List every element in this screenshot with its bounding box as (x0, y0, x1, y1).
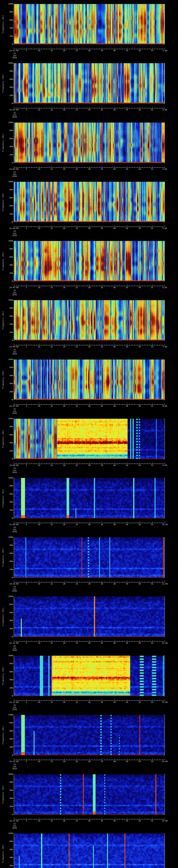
spectrogram-panel: Frequency (Hz) 10008006004002000 14:13:0… (0, 711, 178, 770)
x-end-time-label: 12:00 (162, 642, 168, 644)
y-tick-label: 400 (2, 679, 13, 681)
x-tick-label: 20 (63, 227, 65, 229)
x-tick-label: 55 (151, 109, 153, 111)
x-tick-label: 15 (51, 701, 53, 704)
x-end-time-label: 7:00 (162, 346, 167, 348)
y-tick-label: 1000 (2, 122, 13, 124)
x-tick-label: 10 (38, 50, 40, 52)
x-end-time-label: 6:00 (162, 287, 167, 289)
y-tick-label: 200 (2, 687, 13, 689)
x-tick-label: 25 (76, 109, 78, 111)
x-tick-label: 35 (101, 701, 103, 704)
x-tick-label: 25 (76, 820, 78, 822)
y-tick-label: 800 (2, 426, 13, 428)
x-tick-label: 25 (76, 761, 78, 763)
frequency-axis-title: Frequency (Hz) (2, 726, 4, 744)
x-tick-label: 10 (38, 761, 40, 763)
x-tick-label: 55 (151, 227, 153, 229)
x-tick-label: 45 (126, 227, 128, 229)
date-line-label: 2016 (12, 590, 17, 592)
y-tick-label: 0 (2, 754, 13, 756)
y-tick-label: 1000 (2, 240, 13, 242)
spectrogram-panel: Frequency (Hz) 10008006004002000 14:02:0… (0, 59, 178, 119)
y-tick-label: 200 (2, 450, 13, 452)
x-end-time-label: 5:00 (162, 227, 167, 229)
x-tick-label: 35 (101, 405, 103, 407)
y-tick-label: 1000 (2, 359, 13, 361)
x-start-time-label: 14:13:00 (9, 761, 19, 763)
y-tick-label: 400 (2, 560, 13, 562)
y-tick-label: 600 (2, 789, 13, 792)
spectrogram-panel: Frequency (Hz) 10008006004002000 14:03:0… (0, 119, 178, 178)
x-tick-label: 30 (88, 227, 90, 229)
x-tick-label: 40 (113, 287, 116, 289)
x-tick-label: 25 (76, 464, 78, 466)
x-tick-label: 40 (113, 464, 116, 466)
y-tick-label: 200 (2, 628, 13, 630)
y-tick-label: 0 (2, 280, 13, 282)
x-end-time-label: 15:00 (162, 820, 168, 822)
x-tick-label: 45 (126, 287, 128, 289)
x-tick-label: 55 (151, 50, 153, 52)
x-tick-label: 50 (139, 287, 141, 289)
date-line-label: 2016 (12, 57, 17, 59)
x-tick-label: 10 (38, 287, 40, 289)
frequency-axis-title: Frequency (Hz) (2, 193, 4, 211)
y-tick-label: 600 (2, 671, 13, 673)
x-tick-label: 45 (126, 583, 128, 585)
x-tick-label: 50 (139, 761, 141, 763)
x-end-time-label: 13:00 (162, 701, 168, 704)
y-tick-label: 800 (2, 367, 13, 369)
x-tick-label: 30 (88, 701, 90, 704)
x-tick-label: 30 (88, 109, 90, 111)
x-tick-label: 50 (139, 168, 141, 170)
x-tick-label: 50 (139, 405, 141, 407)
frequency-axis-title: Frequency (Hz) (2, 430, 4, 448)
frequency-axis-title: Frequency (Hz) (2, 608, 4, 626)
spectrogram-canvas (0, 830, 178, 868)
x-tick-label: 40 (113, 820, 116, 822)
x-start-time-label: 14:06:00 (9, 346, 19, 348)
x-tick-label: 10 (38, 464, 40, 466)
x-tick-label: 15 (51, 346, 53, 348)
x-tick-label: 15 (51, 642, 53, 644)
x-tick-label: 15 (51, 109, 53, 111)
x-tick-label: 20 (63, 50, 65, 52)
date-line-label: 2016 (12, 294, 17, 296)
frequency-axis-title: Frequency (Hz) (2, 74, 4, 93)
y-tick-label: 0 (2, 162, 13, 164)
x-tick-label: 10 (38, 405, 40, 407)
y-tick-label: 800 (2, 189, 13, 191)
y-tick-label: 400 (2, 442, 13, 444)
x-tick-label: 55 (151, 583, 153, 585)
x-end-time-label: 14:00 (162, 761, 168, 763)
x-tick-label: 15 (51, 820, 53, 822)
x-tick-label: 40 (113, 405, 116, 407)
y-tick-label: 600 (2, 375, 13, 377)
y-tick-label: 600 (2, 197, 13, 199)
y-tick-label: 600 (2, 78, 13, 81)
y-tick-label: 400 (2, 264, 13, 266)
date-line-label: 2016 (12, 116, 17, 118)
x-tick-label: 5 (26, 346, 27, 348)
x-tick-label: 5 (26, 701, 27, 704)
x-tick-label: 55 (151, 287, 153, 289)
spectrogram-panel: Frequency (Hz) 10008006004002000 14:14:0… (0, 770, 178, 830)
x-tick-label: 20 (63, 820, 65, 822)
x-tick-label: 10 (38, 701, 40, 704)
x-tick-label: 30 (88, 761, 90, 763)
x-tick-label: 20 (63, 642, 65, 644)
y-tick-label: 0 (2, 102, 13, 104)
date-line-label: 2016 (12, 531, 17, 533)
x-tick-label: 25 (76, 227, 78, 229)
spectrogram-panel: Frequency (Hz) 10008006004002000 14:08:0… (0, 415, 178, 474)
x-tick-label: 30 (88, 50, 90, 52)
date-line-label: 2016 (12, 175, 17, 178)
y-tick-label: 0 (2, 399, 13, 401)
x-end-time-label: 10:00 (162, 524, 168, 526)
x-tick-label: 10 (38, 227, 40, 229)
x-tick-label: 35 (101, 109, 103, 111)
y-tick-label: 400 (2, 27, 13, 29)
x-tick-label: 35 (101, 642, 103, 644)
x-tick-label: 5 (26, 50, 27, 52)
